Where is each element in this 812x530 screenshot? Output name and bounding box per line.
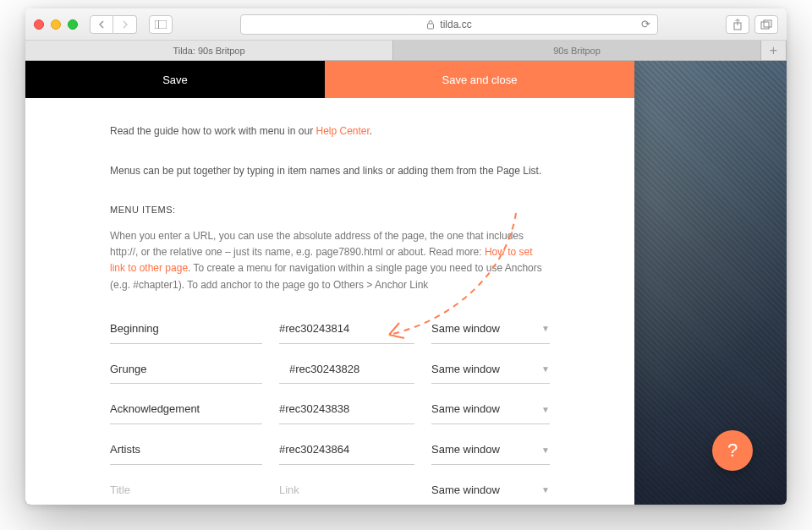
save-close-button[interactable]: Save and close — [325, 61, 634, 98]
menu-target-select[interactable]: Same window▼ — [431, 473, 550, 505]
share-icon[interactable] — [726, 15, 749, 34]
svg-rect-5 — [764, 20, 771, 27]
browser-window: tilda.cc ⟳ Tilda: 90s Britpop 90s Britpo… — [25, 8, 787, 505]
chevron-down-icon: ▼ — [541, 322, 550, 336]
chevron-down-icon: ▼ — [541, 363, 550, 376]
menu-items-list: Beginning #rec30243814 Same window▼ Grun… — [110, 312, 550, 505]
svg-rect-2 — [428, 24, 434, 29]
menu-row: Artists #rec30243864 Same window▼ — [110, 433, 550, 465]
help-center-link[interactable]: Help Center — [315, 125, 369, 137]
address-text: tilda.cc — [440, 19, 471, 30]
menu-link-input[interactable]: #rec30243828 — [279, 352, 414, 385]
panel-actions: Save Save and close — [25, 61, 634, 98]
svg-rect-0 — [155, 20, 167, 29]
nav-buttons — [90, 15, 137, 34]
forward-button[interactable] — [113, 15, 137, 34]
menu-target-select[interactable]: Same window▼ — [431, 433, 550, 465]
panel-body: Read the guide how to work with menu in … — [25, 98, 634, 505]
menu-title-input[interactable]: Grunge — [110, 352, 262, 385]
maximize-window-icon[interactable] — [68, 19, 78, 30]
tab-active[interactable]: Tilda: 90s Britpop — [25, 41, 393, 60]
chevron-down-icon: ▼ — [541, 403, 550, 417]
menu-row-empty: Title Link Same window▼ — [110, 473, 550, 505]
menu-link-input[interactable]: Link — [279, 473, 414, 505]
description-text: Menus can be put together by typing in i… — [110, 163, 550, 179]
guide-text: Read the guide how to work with menu in … — [110, 123, 550, 139]
sidebar-toggle-icon[interactable] — [149, 15, 173, 34]
toolbar-right — [726, 15, 778, 34]
helper-text: When you enter a URL, you can use the ab… — [110, 228, 550, 293]
menu-link-input[interactable]: #rec30243814 — [279, 312, 414, 344]
save-button[interactable]: Save — [25, 61, 325, 98]
menu-row: Acknowledgement #rec30243838 Same window… — [110, 392, 550, 424]
new-tab-button[interactable]: + — [761, 41, 787, 60]
chevron-down-icon: ▼ — [541, 484, 550, 497]
back-button[interactable] — [90, 15, 113, 34]
window-controls — [34, 19, 78, 30]
menu-row: Beginning #rec30243814 Same window▼ — [110, 312, 550, 344]
svg-rect-4 — [761, 22, 769, 29]
menu-title-input[interactable]: Title — [110, 473, 262, 505]
section-title: MENU ITEMS: — [110, 203, 550, 218]
lock-icon — [426, 19, 435, 30]
menu-target-select[interactable]: Same window▼ — [431, 352, 550, 385]
page-content: Save Save and close Read the guide how t… — [25, 61, 787, 505]
close-window-icon[interactable] — [34, 19, 44, 30]
reload-icon[interactable]: ⟳ — [641, 18, 650, 30]
menu-title-input[interactable]: Beginning — [110, 312, 262, 344]
minimize-window-icon[interactable] — [51, 19, 61, 30]
menu-row: Grunge #rec30243828 Same window▼ — [110, 352, 550, 385]
menu-link-input[interactable]: #rec30243838 — [279, 392, 414, 424]
menu-target-select[interactable]: Same window▼ — [431, 392, 550, 424]
help-fab-button[interactable]: ? — [712, 430, 753, 471]
tab-bar: Tilda: 90s Britpop 90s Britpop + — [25, 41, 787, 61]
menu-title-input[interactable]: Acknowledgement — [110, 392, 262, 424]
tabs-icon[interactable] — [754, 15, 778, 34]
tab-inactive[interactable]: 90s Britpop — [393, 41, 761, 60]
chevron-down-icon: ▼ — [541, 444, 550, 457]
menu-target-select[interactable]: Same window▼ — [431, 312, 550, 344]
address-bar[interactable]: tilda.cc ⟳ — [240, 14, 658, 35]
titlebar: tilda.cc ⟳ — [25, 8, 787, 41]
menu-title-input[interactable]: Artists — [110, 433, 262, 465]
editor-panel: Save Save and close Read the guide how t… — [25, 61, 634, 505]
menu-link-input[interactable]: #rec30243864 — [279, 433, 414, 465]
